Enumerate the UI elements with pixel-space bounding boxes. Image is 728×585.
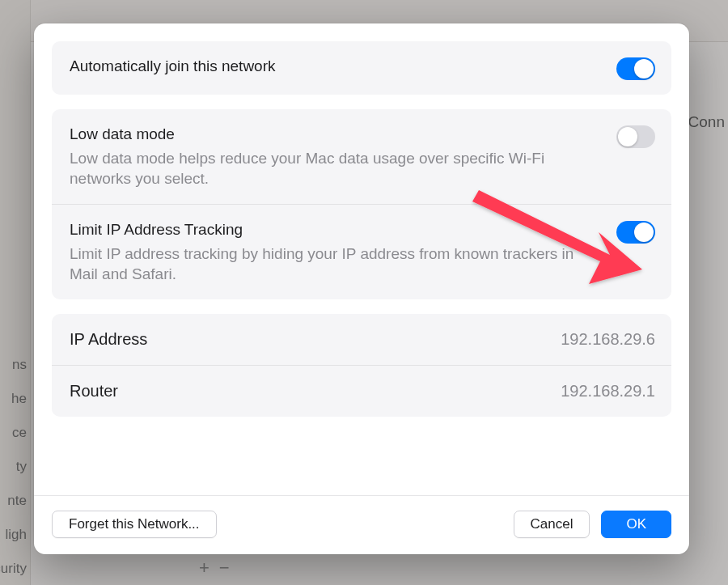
limit-ip-tracking-toggle[interactable]: [616, 221, 655, 244]
ip-address-label: IP Address: [70, 330, 147, 349]
modal-spacer: [52, 431, 671, 495]
low-data-title: Low data mode: [70, 124, 605, 145]
auto-join-title: Automatically join this network: [70, 56, 605, 77]
toggle-knob: [634, 59, 654, 78]
toggle-knob: [634, 223, 654, 242]
modal-button-bar: Forget this Network... Cancel OK: [52, 511, 671, 538]
router-value: 192.168.29.1: [561, 382, 655, 401]
forget-network-button[interactable]: Forget this Network...: [52, 511, 217, 538]
limit-ip-title: Limit IP Address Tracking: [70, 219, 605, 240]
ip-address-value: 192.168.29.6: [561, 330, 655, 349]
limit-ip-text: Limit IP Address Tracking Limit IP addre…: [70, 219, 605, 285]
low-data-description: Low data mode helps reduce your Mac data…: [70, 148, 605, 189]
limit-ip-tracking-row: Limit IP Address Tracking Limit IP addre…: [52, 204, 671, 299]
router-row: Router 192.168.29.1: [52, 365, 671, 417]
privacy-section: Low data mode Low data mode helps reduce…: [52, 109, 671, 299]
ip-address-row: IP Address 192.168.29.6: [52, 314, 671, 365]
low-data-mode-row: Low data mode Low data mode helps reduce…: [52, 109, 671, 204]
ok-button[interactable]: OK: [601, 511, 671, 538]
low-data-mode-toggle[interactable]: [616, 125, 655, 148]
auto-join-row: Automatically join this network: [52, 41, 671, 95]
toggle-knob: [618, 127, 637, 146]
auto-join-section: Automatically join this network: [52, 41, 671, 95]
limit-ip-description: Limit IP address tracking by hiding your…: [70, 244, 605, 285]
auto-join-text: Automatically join this network: [70, 56, 605, 77]
low-data-text: Low data mode Low data mode helps reduce…: [70, 124, 605, 189]
network-settings-modal: Automatically join this network Low data…: [34, 23, 689, 554]
auto-join-toggle[interactable]: [616, 57, 655, 80]
network-info-section: IP Address 192.168.29.6 Router 192.168.2…: [52, 314, 671, 417]
button-bar-divider: [34, 495, 689, 496]
cancel-button[interactable]: Cancel: [514, 511, 590, 538]
router-label: Router: [70, 382, 118, 401]
